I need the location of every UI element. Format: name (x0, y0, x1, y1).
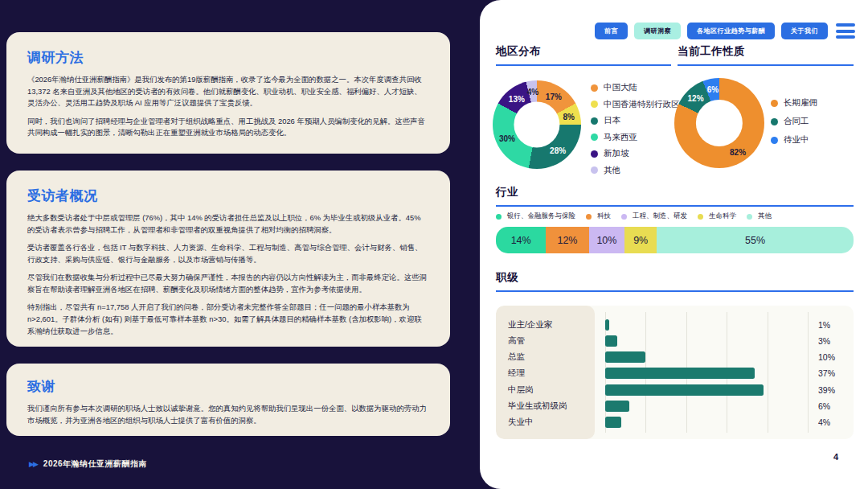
row-value: 37% (808, 368, 835, 378)
card-research-method: 调研方法 《2026年瀚纳仕亚洲薪酬指南》是我们发布的第19版薪酬指南，收录了迄… (6, 32, 450, 154)
nav-button-1[interactable]: 前言 (595, 23, 628, 39)
legend-dot (591, 134, 598, 141)
section-title-region: 地区分布 (496, 44, 671, 66)
card-body: 我们谨向所有参与本次调研的职场人士致以诚挚谢意。您的真知灼见将帮助我们呈现出一份… (27, 403, 429, 426)
nav-button-2[interactable]: 调研洞察 (634, 23, 681, 39)
document-footer: ▶▶ 2026年瀚纳仕亚洲薪酬指南 (29, 458, 147, 470)
legend-label: 其他 (604, 165, 620, 176)
legend-dot (771, 100, 778, 107)
row-bar-track (605, 384, 808, 396)
row-bar (605, 368, 755, 379)
section-title-joblevel: 职级 (496, 270, 854, 292)
row-label: 失业中 (496, 417, 595, 428)
footer-title: 2026年瀚纳仕亚洲薪酬指南 (43, 458, 147, 470)
double-chevron-icon: ▶▶ (29, 460, 37, 468)
donut-hole (514, 101, 559, 147)
legend-item: 中国大陆 (591, 82, 680, 93)
job-level-row: 失业中4% (496, 417, 854, 428)
job-level-row: 经理37% (496, 368, 854, 379)
legend-label: 生命科学 (709, 212, 736, 221)
top-navigation: 前言调研洞察各地区行业趋势与薪酬关于我们 (595, 22, 857, 40)
legend-item: 中国香港特别行政区 (591, 99, 680, 110)
legend-dot (591, 117, 598, 125)
donut-slice-label: 6% (707, 84, 719, 93)
row-value: 4% (808, 417, 830, 427)
donut-slice-label: 82% (730, 148, 746, 157)
row-value: 3% (808, 336, 830, 346)
row-bar-track (605, 368, 808, 379)
legend-item: 其他 (591, 165, 680, 176)
row-value: 1% (808, 320, 830, 330)
row-bar-track (605, 319, 808, 331)
row-bar-track (605, 335, 808, 347)
row-bar (605, 417, 621, 428)
donut-slice-label: 17% (546, 92, 562, 101)
donut-slice-label: 13% (509, 94, 525, 103)
legend-label: 其他 (758, 212, 772, 221)
row-bar (605, 384, 764, 396)
row-value: 10% (808, 352, 835, 362)
worktype-donut-chart: 82%12%6% (674, 78, 764, 168)
card-paragraph: 同时，我们也询问了招聘经理与企业管理者对于组织战略重点、用工挑战及 2026 年… (27, 116, 429, 139)
card-body: 《2026年瀚纳仕亚洲薪酬指南》是我们发布的第19版薪酬指南，收录了迄今最为全面… (27, 74, 429, 139)
card-paragraph: 《2026年瀚纳仕亚洲薪酬指南》是我们发布的第19版薪酬指南，收录了迄今最为全面… (27, 74, 429, 109)
donut-slice-label: 4% (527, 88, 538, 97)
donut-slice-label: 12% (688, 93, 704, 102)
legend-label: 马来西亚 (604, 132, 637, 143)
row-bar (605, 335, 617, 347)
legend-item: 马来西亚 (591, 132, 680, 143)
legend-dot (747, 214, 752, 220)
row-bar (605, 319, 609, 331)
bar-segment-label: 10% (596, 235, 616, 246)
legend-item: 待业中 (771, 134, 817, 146)
bar-segment-label: 14% (511, 235, 531, 246)
legend-label: 长期雇佣 (784, 97, 817, 109)
row-bar-track (605, 401, 808, 412)
bar-segment: 14% (496, 227, 546, 253)
row-value: 39% (808, 385, 835, 395)
legend-item: 生命科学 (698, 212, 736, 221)
legend-label: 银行、金融服务与保险 (507, 212, 575, 221)
donut-hole (696, 100, 743, 146)
legend-label: 合同工 (784, 116, 809, 127)
legend-label: 科技 (597, 212, 611, 221)
legend-item: 长期雇佣 (771, 97, 817, 109)
legend-dot (591, 101, 598, 108)
row-bar-track (605, 351, 808, 363)
page: 调研方法 《2026年瀚纳仕亚洲薪酬指南》是我们发布的第19版薪酬指南，收录了迄… (0, 0, 868, 489)
legend-label: 中国香港特别行政区 (604, 99, 680, 110)
bar-segment: 9% (624, 227, 657, 253)
legend-item: 银行、金融服务与保险 (496, 212, 575, 221)
industry-legend: 银行、金融服务与保险科技工程、制造、研发生命科学其他 (496, 212, 772, 221)
legend-label: 新加坡 (604, 148, 629, 159)
card-paragraph: 受访者覆盖各行各业，包括 IT 与数字科技、人力资源、生命科学、工程与制造、高管… (27, 242, 429, 265)
row-label: 经理 (496, 368, 595, 379)
row-label: 业主/企业家 (496, 319, 595, 331)
legend-item: 新加坡 (591, 148, 680, 159)
bar-segment: 10% (589, 227, 625, 253)
row-bar (605, 401, 629, 412)
legend-label: 中国大陆 (604, 82, 637, 93)
legend-label: 待业中 (784, 134, 809, 146)
job-level-row: 高管3% (496, 335, 854, 347)
job-level-row: 毕业生或初级岗6% (496, 401, 854, 412)
hamburger-menu-icon[interactable] (834, 22, 857, 40)
legend-item: 其他 (747, 212, 772, 221)
joblevel-bar-chart: 业主/企业家1%高管3%总监10%经理37%中层岗39%毕业生或初级岗6%失业中… (496, 306, 854, 439)
job-level-row: 总监10% (496, 351, 854, 363)
row-label: 总监 (496, 351, 595, 363)
legend-label: 日本 (604, 115, 620, 126)
content-panel: 前言调研洞察各地区行业趋势与薪酬关于我们 地区分布 当前工作性质 17%8%28… (480, 0, 868, 489)
region-legend: 中国大陆中国香港特别行政区日本马来西亚新加坡其他 (591, 82, 680, 176)
nav-button-3[interactable]: 各地区行业趋势与薪酬 (687, 23, 775, 39)
nav-button-4[interactable]: 关于我们 (781, 23, 828, 39)
industry-stacked-bar-chart: 14%12%10%9%55% (496, 227, 854, 253)
donut-slice-label: 30% (499, 134, 515, 143)
row-bar-track (605, 417, 808, 428)
legend-dot (586, 214, 592, 220)
donut-slice-label: 28% (550, 146, 566, 154)
card-paragraph: 特别指出，尽管共有 n=17,758 人开启了我们的问卷，部分受访者未完整作答全… (27, 302, 429, 337)
donut-slice-label: 8% (563, 112, 574, 121)
region-donut-chart: 17%8%28%30%13%4% (493, 80, 581, 169)
bar-segment: 12% (546, 227, 588, 253)
